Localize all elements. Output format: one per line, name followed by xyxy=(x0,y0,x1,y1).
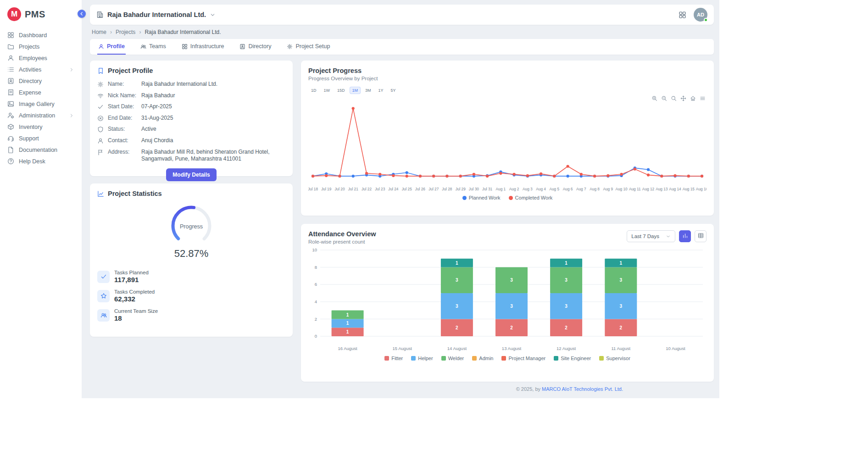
sidebar-item-label: Dashboard xyxy=(19,32,47,39)
profile-field-status: Status:Active xyxy=(97,126,285,133)
legend-swatch xyxy=(472,356,477,361)
building-icon xyxy=(96,11,104,18)
legend-site-engineer[interactable]: Site Engineer xyxy=(554,356,591,361)
sidebar-item-help-desk[interactable]: Help Desk xyxy=(0,156,82,167)
legend-label: Project Manager xyxy=(508,356,545,361)
chevron-down-icon xyxy=(210,12,216,18)
range-button-1y[interactable]: 1Y xyxy=(376,87,386,94)
inventory-icon xyxy=(7,123,14,130)
pan-icon[interactable] xyxy=(680,95,686,101)
sidebar-item-documentation[interactable]: Documentation xyxy=(0,144,82,156)
sidebar-item-label: Documentation xyxy=(19,147,57,153)
signal-icon xyxy=(97,93,104,99)
sidebar-item-support[interactable]: Support xyxy=(0,133,82,144)
legend-label: Welder xyxy=(448,356,464,361)
breadcrumb-item-projects[interactable]: Projects xyxy=(116,29,135,35)
stat-tasks-completed: Tasks Completed62,332 xyxy=(97,289,285,303)
tab-label: Teams xyxy=(149,43,166,50)
svg-text:Aug 5: Aug 5 xyxy=(549,187,559,191)
sidebar-item-label: Support xyxy=(19,135,39,142)
tab-profile[interactable]: Profile xyxy=(97,39,126,55)
range-button-15d[interactable]: 15D xyxy=(334,87,348,94)
svg-text:Aug 16: Aug 16 xyxy=(696,187,707,191)
sidebar-menu: DashboardProjectsEmployeesActivitiesDire… xyxy=(0,29,82,167)
profile-field-contact: Contact:Anuj Chordia xyxy=(97,137,285,145)
zoom-in-icon[interactable] xyxy=(651,95,657,101)
sidebar-item-expense[interactable]: Expense xyxy=(0,87,82,98)
legend-swatch xyxy=(411,356,416,361)
legend-project-manager[interactable]: Project Manager xyxy=(501,356,545,361)
range-button-3m[interactable]: 3M xyxy=(362,87,374,94)
breadcrumb-separator: › xyxy=(139,29,141,35)
range-button-5y[interactable]: 5Y xyxy=(388,87,399,94)
stat-label: Tasks Planned xyxy=(114,270,149,275)
modify-details-button[interactable]: Modify Details xyxy=(166,168,216,181)
star-icon xyxy=(97,290,110,302)
svg-text:2: 2 xyxy=(620,325,623,330)
user-icon xyxy=(97,138,104,144)
table-view-button[interactable] xyxy=(695,230,707,242)
sidebar-item-label: Projects xyxy=(19,44,39,50)
breadcrumb-item-home[interactable]: Home xyxy=(92,29,106,35)
main-grid: Project Profile Name:Raja Bahadur Intern… xyxy=(90,61,714,382)
legend-admin[interactable]: Admin xyxy=(472,356,493,361)
svg-text:Jul 27: Jul 27 xyxy=(428,187,439,191)
range-button-1w[interactable]: 1W xyxy=(321,87,333,94)
svg-text:Aug 14: Aug 14 xyxy=(669,187,681,191)
footer-copyright: © 2025, by xyxy=(516,386,542,392)
tab-label: Infrastructure xyxy=(190,43,224,50)
tab-teams[interactable]: Teams xyxy=(139,39,167,55)
days-filter-select[interactable]: Last 7 Days xyxy=(627,230,675,242)
sidebar-item-administration[interactable]: Administration xyxy=(0,110,82,121)
stat-value: 117,891 xyxy=(114,276,149,284)
company-selector[interactable]: Raja Bahadur International Ltd. xyxy=(96,11,216,18)
svg-text:Aug 1: Aug 1 xyxy=(496,187,506,191)
sidebar-item-employees[interactable]: Employees xyxy=(0,52,82,64)
bar-view-button[interactable] xyxy=(679,230,691,242)
apps-grid-icon[interactable] xyxy=(679,11,686,19)
sidebar-item-activities[interactable]: Activities xyxy=(0,64,82,75)
zoom-out-icon[interactable] xyxy=(661,95,667,101)
footer-link[interactable]: MARCO AIoT Technologies Pvt. Ltd. xyxy=(542,386,623,392)
svg-text:Jul 25: Jul 25 xyxy=(402,187,412,191)
user-avatar[interactable]: AD xyxy=(694,8,707,22)
app-logo[interactable]: M PMS xyxy=(0,6,82,29)
svg-text:3: 3 xyxy=(620,304,623,309)
sidebar-item-inventory[interactable]: Inventory xyxy=(0,121,82,133)
attendance-legend: FitterHelperWelderAdminProject ManagerSi… xyxy=(308,356,707,361)
home-icon[interactable] xyxy=(690,95,696,101)
svg-text:10: 10 xyxy=(312,247,317,252)
svg-text:10 August: 10 August xyxy=(666,346,685,351)
sidebar-item-image-gallery[interactable]: Image Gallery xyxy=(0,98,82,110)
sidebar: M PMS DashboardProjectsEmployeesActiviti… xyxy=(0,0,82,467)
legend-completed-work[interactable]: Completed Work xyxy=(509,195,553,200)
chevron-down-icon xyxy=(666,234,671,239)
app-root: M PMS DashboardProjectsEmployeesActiviti… xyxy=(0,0,868,467)
range-button-1d[interactable]: 1D xyxy=(308,87,319,94)
chart-toolbar xyxy=(651,95,706,101)
tab-directory[interactable]: Directory xyxy=(239,39,272,55)
sidebar-collapse-button[interactable] xyxy=(78,10,86,18)
progress-line-chart[interactable]: Jul 18Jul 19Jul 20Jul 21Jul 22Jul 23Jul … xyxy=(308,95,707,194)
tab-project-setup[interactable]: Project Setup xyxy=(286,39,331,55)
sidebar-item-label: Expense xyxy=(19,89,41,96)
attendance-bar-chart[interactable]: 024681011116 August15 August233114 Augus… xyxy=(308,245,707,355)
legend-fitter[interactable]: Fitter xyxy=(384,356,403,361)
svg-text:11 August: 11 August xyxy=(612,346,631,351)
logo-text: PMS xyxy=(25,9,45,20)
tab-infrastructure[interactable]: Infrastructure xyxy=(181,39,225,55)
profile-field-start-date: Start Date:07-Apr-2025 xyxy=(97,103,285,111)
legend-supervisor[interactable]: Supervisor xyxy=(599,356,630,361)
legend-swatch xyxy=(501,356,506,361)
sidebar-item-projects[interactable]: Projects xyxy=(0,41,82,52)
range-button-1m[interactable]: 1M xyxy=(350,87,361,94)
profile-field-address: Address:Raja Bahadur Mill Rd, behind She… xyxy=(97,149,285,163)
sidebar-item-directory[interactable]: Directory xyxy=(0,75,82,87)
legend-helper[interactable]: Helper xyxy=(411,356,433,361)
search-icon[interactable] xyxy=(671,95,677,101)
sidebar-item-dashboard[interactable]: Dashboard xyxy=(0,29,82,41)
menu-icon[interactable] xyxy=(700,95,706,101)
legend-planned-work[interactable]: Planned Work xyxy=(462,195,501,200)
profile-card-title: Project Profile xyxy=(108,67,153,74)
legend-welder[interactable]: Welder xyxy=(441,356,464,361)
